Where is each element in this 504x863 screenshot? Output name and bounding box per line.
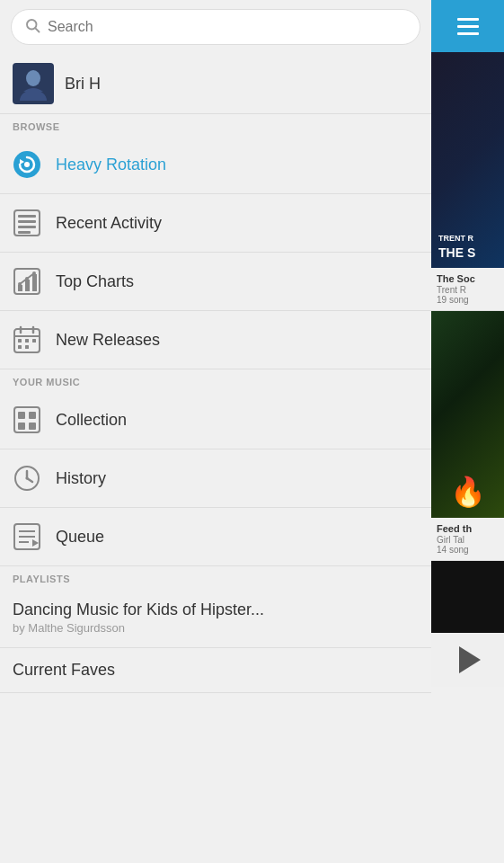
user-row[interactable]: Bri H bbox=[0, 54, 431, 114]
svg-rect-11 bbox=[18, 226, 36, 228]
album-card-3[interactable] bbox=[431, 561, 504, 633]
svg-rect-28 bbox=[25, 345, 29, 349]
album-art-2: 🔥 bbox=[431, 311, 504, 518]
playlist-title-2: Current Faves bbox=[13, 661, 419, 680]
svg-rect-30 bbox=[18, 412, 25, 419]
album-card-2[interactable]: 🔥 Feed th Girl Tal 14 song bbox=[431, 311, 504, 561]
nav-label-top-charts: Top Charts bbox=[56, 272, 134, 291]
album-art-3 bbox=[431, 561, 504, 633]
album-art-1: TRENT R THE S bbox=[431, 52, 504, 268]
search-input[interactable] bbox=[48, 19, 407, 35]
clock-icon bbox=[13, 464, 41, 493]
album-songs-2: 14 song bbox=[437, 545, 499, 555]
svg-point-7 bbox=[24, 162, 30, 167]
nav-item-top-charts[interactable]: Top Charts bbox=[0, 253, 431, 311]
nav-item-heavy-rotation[interactable]: Heavy Rotation bbox=[0, 136, 431, 194]
rotation-icon bbox=[13, 150, 41, 179]
play-button[interactable] bbox=[431, 633, 504, 687]
nav-item-collection[interactable]: Collection bbox=[0, 391, 431, 449]
sidebar: Bri H BROWSE Heavy Rotation Recent Ac bbox=[0, 0, 431, 863]
hamburger-line-1 bbox=[457, 18, 479, 21]
browse-section-header: BROWSE bbox=[0, 114, 431, 136]
svg-rect-9 bbox=[18, 215, 36, 218]
right-panel: TRENT R THE S The Soc Trent R 19 song 🔥 … bbox=[431, 0, 504, 863]
svg-marker-42 bbox=[32, 539, 39, 547]
svg-point-17 bbox=[18, 282, 22, 286]
hamburger-line-3 bbox=[457, 32, 479, 35]
svg-rect-16 bbox=[32, 274, 37, 291]
album-art-1-text: TRENT R THE S bbox=[438, 234, 475, 261]
calendar-icon bbox=[13, 325, 41, 354]
user-name: Bri H bbox=[65, 75, 101, 93]
svg-point-19 bbox=[32, 271, 36, 275]
playlist-item-1[interactable]: Dancing Music for Kids of Hipster... by … bbox=[0, 588, 431, 648]
svg-rect-10 bbox=[18, 220, 36, 223]
nav-item-recent-activity[interactable]: Recent Activity bbox=[0, 194, 431, 253]
list-icon bbox=[13, 209, 41, 237]
playlist-title-1: Dancing Music for Kids of Hipster... bbox=[13, 601, 419, 619]
hamburger-line-2 bbox=[457, 25, 479, 28]
svg-rect-33 bbox=[29, 423, 36, 430]
svg-rect-32 bbox=[18, 423, 25, 430]
nav-item-history[interactable]: History bbox=[0, 449, 431, 508]
album-artist-2: Girl Tal bbox=[437, 535, 499, 545]
svg-line-1 bbox=[35, 28, 39, 31]
playlist-item-2[interactable]: Current Faves bbox=[0, 648, 431, 693]
svg-rect-12 bbox=[18, 231, 31, 234]
album-info-2: Feed th Girl Tal 14 song bbox=[431, 518, 504, 561]
album-title-2: Feed th bbox=[437, 523, 499, 534]
svg-rect-14 bbox=[18, 285, 22, 291]
search-bar bbox=[0, 0, 431, 54]
svg-point-18 bbox=[25, 277, 29, 280]
svg-point-37 bbox=[26, 477, 29, 480]
svg-point-3 bbox=[26, 70, 40, 86]
nav-label-new-releases: New Releases bbox=[56, 331, 160, 350]
album-songs-1: 19 song bbox=[437, 295, 499, 305]
avatar bbox=[13, 63, 54, 104]
svg-rect-24 bbox=[18, 339, 22, 343]
svg-rect-25 bbox=[25, 339, 29, 343]
svg-rect-27 bbox=[18, 345, 22, 349]
hamburger-button[interactable] bbox=[431, 0, 504, 52]
fire-icon: 🔥 bbox=[450, 475, 486, 509]
nav-label-heavy-rotation: Heavy Rotation bbox=[56, 156, 166, 174]
hamburger-icon bbox=[457, 18, 479, 35]
search-wrapper[interactable] bbox=[11, 9, 420, 45]
album-info-1: The Soc Trent R 19 song bbox=[431, 268, 504, 311]
nav-item-queue[interactable]: Queue bbox=[0, 508, 431, 566]
svg-rect-15 bbox=[25, 280, 30, 291]
search-icon bbox=[24, 17, 40, 37]
collection-icon bbox=[13, 405, 41, 434]
album-title-1: The Soc bbox=[437, 273, 499, 284]
nav-label-recent-activity: Recent Activity bbox=[56, 214, 162, 233]
nav-item-new-releases[interactable]: New Releases bbox=[0, 311, 431, 369]
play-icon bbox=[459, 646, 481, 673]
queue-icon bbox=[13, 522, 41, 551]
your-music-section-header: YOUR MUSIC bbox=[0, 369, 431, 391]
svg-rect-26 bbox=[32, 339, 36, 343]
album-card-1[interactable]: TRENT R THE S The Soc Trent R 19 song bbox=[431, 52, 504, 311]
nav-label-history: History bbox=[56, 469, 106, 488]
playlist-author-1: by Malthe Sigurdsson bbox=[13, 621, 419, 635]
chart-icon bbox=[13, 267, 41, 296]
nav-label-collection: Collection bbox=[56, 411, 127, 430]
svg-rect-31 bbox=[29, 412, 36, 419]
playlists-section-header: PLAYLISTS bbox=[0, 566, 431, 588]
nav-label-queue: Queue bbox=[56, 528, 104, 547]
album-artist-1: Trent R bbox=[437, 285, 499, 295]
